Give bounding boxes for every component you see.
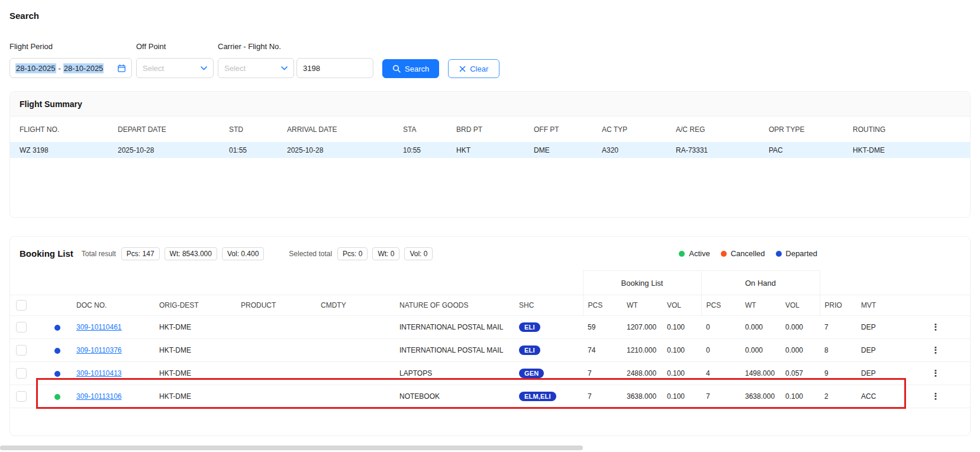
actions-column-header	[901, 295, 970, 316]
off-point-select[interactable]: Select	[136, 58, 214, 78]
flight-summary-row[interactable]: WZ 31982025-10-2801:552025-10-2810:55HKT…	[10, 142, 970, 158]
column-header: SHC	[514, 295, 583, 316]
column-header: CMDTY	[316, 295, 395, 316]
column-header: PCS	[701, 295, 740, 316]
doc-no-link[interactable]: 309-10110413	[76, 369, 122, 377]
selected-chip: Wt: 0	[372, 247, 399, 260]
flight-summary-header-row: FLIGHT NO.DEPART DATESTDARRIVAL DATESTAB…	[10, 117, 970, 142]
row-select-cell	[10, 385, 43, 408]
column-header: WT	[622, 295, 662, 316]
cell-onhand-pcs: 4	[701, 362, 740, 385]
cell-arrival-date: 2025-10-28	[278, 142, 394, 158]
group-header-booking-list: Booking List	[583, 271, 701, 295]
flight-summary-title: Flight Summary	[10, 92, 970, 117]
clear-button[interactable]: Clear	[448, 59, 499, 78]
legend-status-dot	[679, 251, 685, 257]
shc-badge: ELI	[519, 346, 540, 355]
cell-brd-pt: HKT	[447, 142, 524, 158]
column-header: OFF PT	[524, 117, 592, 142]
kebab-menu-icon[interactable]: ⋮	[931, 322, 940, 332]
row-checkbox[interactable]	[16, 345, 27, 356]
kebab-menu-icon[interactable]: ⋮	[931, 345, 940, 355]
orig-dest-cell: HKT-DME	[154, 339, 236, 362]
select-all-checkbox[interactable]	[16, 300, 27, 311]
cell-booking-vol: 0.100	[662, 362, 701, 385]
doc-no-link[interactable]: 309-10110461	[76, 323, 122, 331]
flight-no-input[interactable]	[296, 58, 373, 78]
column-header: FLIGHT NO.	[10, 117, 108, 142]
off-point-group: Off Point Select	[136, 42, 214, 78]
column-header: ORIG-DEST	[154, 295, 236, 316]
shc-badge: ELM,ELI	[519, 392, 556, 401]
nature-of-goods-cell: NOTEBOOK	[395, 385, 514, 408]
calendar-icon[interactable]	[117, 64, 126, 73]
search-button[interactable]: Search	[382, 59, 439, 78]
legend-status-dot	[776, 251, 782, 257]
product-cell	[236, 362, 316, 385]
doc-no-link[interactable]: 309-10110376	[76, 346, 122, 354]
clear-button-label: Clear	[470, 64, 488, 73]
cell-booking-wt: 1207.000	[622, 316, 662, 339]
row-checkbox[interactable]	[16, 368, 27, 379]
row-select-cell	[10, 316, 43, 339]
product-cell	[236, 316, 316, 339]
column-header: BRD PT	[447, 117, 524, 142]
cell-booking-wt: 3638.000	[622, 385, 662, 408]
selected-chip: Vol: 0	[404, 247, 433, 260]
carrier-flight-group: Carrier - Flight No. Select	[218, 42, 373, 78]
shc-badge: GEN	[519, 369, 544, 378]
legend-item: Departed	[776, 249, 817, 258]
page-title: Search	[9, 11, 971, 21]
date-to-value[interactable]: 28-10-2025	[63, 63, 104, 73]
cell-onhand-pcs: 0	[701, 339, 740, 362]
legend-label: Active	[689, 249, 710, 258]
row-status-cell	[43, 316, 72, 339]
column-header: ROUTING	[843, 117, 970, 142]
page: Search Flight Period 28-10-2025 - 28-10-…	[0, 0, 980, 436]
row-status-cell	[43, 339, 72, 362]
date-from-value[interactable]: 28-10-2025	[15, 63, 56, 73]
row-select-cell	[10, 339, 43, 362]
flight-period-group: Flight Period 28-10-2025 - 28-10-2025	[9, 42, 132, 78]
cell-depart-date: 2025-10-28	[108, 142, 220, 158]
doc-no-cell: 309-10113106	[72, 385, 154, 408]
group-header-on-hand: On Hand	[701, 271, 820, 295]
cell-sta: 10:55	[394, 142, 447, 158]
cell-mvt: DEP	[856, 339, 901, 362]
flight-period-input[interactable]: 28-10-2025 - 28-10-2025	[9, 58, 132, 78]
off-point-label: Off Point	[136, 42, 214, 51]
kebab-menu-icon[interactable]: ⋮	[931, 368, 940, 378]
cmdty-cell	[316, 385, 395, 408]
legend-label: Departed	[786, 249, 817, 258]
selected-chips: Pcs: 0Wt: 0Vol: 0	[337, 247, 433, 260]
row-checkbox[interactable]	[16, 322, 27, 332]
kebab-menu-icon[interactable]: ⋮	[931, 391, 940, 401]
booking-list-title: Booking List	[20, 248, 73, 259]
cell-routing: HKT-DME	[843, 142, 970, 158]
nature-of-goods-cell: INTERNATIONAL POSTAL MAIL	[395, 316, 514, 339]
row-checkbox[interactable]	[16, 391, 27, 402]
row-select-cell	[10, 362, 43, 385]
column-header: AC TYP	[592, 117, 666, 142]
cell-prio: 7	[820, 316, 856, 339]
group-header-spacer	[820, 271, 970, 295]
horizontal-scrollbar[interactable]	[0, 445, 583, 450]
carrier-select[interactable]: Select	[218, 58, 294, 78]
status-dot	[54, 348, 60, 354]
legend-label: Cancelled	[731, 249, 765, 258]
column-header: DEPART DATE	[108, 117, 220, 142]
shc-cell: GEN	[514, 362, 583, 385]
column-header: PRIO	[820, 295, 856, 316]
shc-cell: ELI	[514, 316, 583, 339]
status-legend: ActiveCancelledDeparted	[679, 249, 817, 258]
cell-off-pt: DME	[524, 142, 592, 158]
product-cell	[236, 385, 316, 408]
row-status-cell	[43, 385, 72, 408]
row-actions-cell: ⋮	[901, 385, 970, 408]
select-all-header	[10, 295, 43, 316]
doc-no-link[interactable]: 309-10113106	[76, 392, 122, 401]
group-header-row: Booking List On Hand	[10, 271, 970, 295]
orig-dest-cell: HKT-DME	[154, 362, 236, 385]
off-point-placeholder: Select	[143, 64, 164, 73]
cell-opr-type: PAC	[759, 142, 843, 158]
